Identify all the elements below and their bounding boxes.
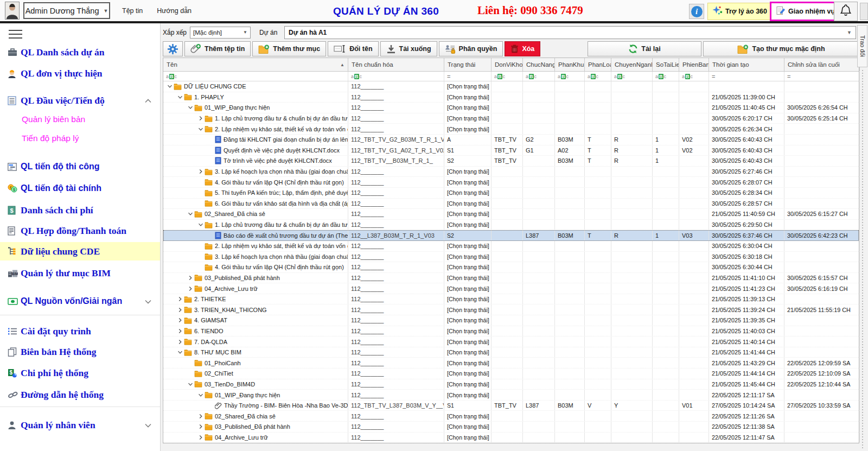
column-filter-4[interactable]: aBc	[492, 72, 523, 81]
sidebar-item-14[interactable]: Biên bản Hệ thống	[0, 344, 160, 360]
column-header-7[interactable]: PhanLoai	[585, 58, 611, 71]
settings-button[interactable]	[163, 41, 183, 56]
sidebar-item-15[interactable]: $Chi phí hệ thống	[0, 365, 160, 381]
status-cell[interactable]: [Chọn trạng thái]	[444, 273, 492, 283]
column-header-9[interactable]: SoTaiLieu	[653, 58, 679, 71]
column-filter-8[interactable]: aBc	[611, 72, 653, 81]
expander-closed-icon[interactable]	[196, 423, 205, 430]
expander-open-icon[interactable]	[176, 93, 184, 101]
vertical-scrollbar[interactable]	[862, 70, 863, 449]
table-row[interactable]: 6. Gói thầu tư vấn khảo sát địa hình và …	[163, 199, 859, 209]
sidebar-item-17[interactable]: Quản lý nhân viên	[0, 417, 160, 433]
column-filter-6[interactable]: aBc	[555, 72, 585, 81]
column-filter-2[interactable]: aBc	[348, 72, 444, 81]
column-header-10[interactable]: PhienBan	[679, 58, 709, 71]
table-row[interactable]: Đăng tải KHLCNT giai đoạn chuẩn bị dự án…	[163, 135, 859, 145]
table-row[interactable]: 8. THƯ MỤC BIM112_______[Chọn trạng thái…	[163, 347, 859, 358]
expander-closed-icon[interactable]	[186, 274, 194, 282]
table-row[interactable]: 1. PHAPLY112_______[Chọn trạng thái]21/0…	[163, 92, 859, 103]
add-folder-button[interactable]: Thêm thư mục	[252, 41, 326, 56]
sidebar-item-1[interactable]: QL Danh sách dự án	[0, 44, 160, 60]
table-row[interactable]: 04_Archive_Lưu trữ112_______[Chọn trạng …	[163, 433, 859, 443]
status-cell[interactable]: [Chọn trạng thái]	[444, 92, 492, 103]
expander-closed-icon[interactable]	[196, 434, 205, 441]
table-row[interactable]: 01_WIP_Đang thực hiện112_______[Chọn trạ…	[163, 103, 859, 113]
sidebar-item-7[interactable]: €$QL tiến độ tài chính	[0, 180, 160, 196]
expander-open-icon[interactable]	[186, 210, 194, 218]
rename-button[interactable]: Đổi tên	[328, 41, 378, 56]
table-row[interactable]: 02_Shared_Đã chia sẻ112_______[Chọn trạn…	[163, 411, 859, 422]
table-row[interactable]: 1. Lập chủ trương đầu tư & chuẩn bị dự á…	[163, 220, 859, 231]
table-row[interactable]: 03_Published_Đã phát hành112_______[Chọn…	[163, 273, 859, 284]
sidebar-item-10[interactable]: Dữ liệu chung CDE	[0, 242, 160, 261]
status-cell[interactable]: [Chọn trạng thái]	[444, 347, 492, 358]
download-button[interactable]: Tải xuống	[380, 41, 437, 56]
table-row[interactable]: 01_WIP_Đang thực hiện112_______[Chọn trạ…	[163, 390, 859, 401]
create-default-folders-button[interactable]: Tạo thư mục mặc định	[703, 41, 859, 56]
expander-closed-icon[interactable]	[196, 115, 205, 122]
status-cell[interactable]: [Chọn trạng thái]	[444, 283, 492, 294]
expander-closed-icon[interactable]	[196, 412, 205, 420]
column-filter-3[interactable]: =	[444, 72, 492, 81]
status-cell[interactable]: [Chọn trạng thái]	[444, 336, 492, 347]
column-filter-7[interactable]: aBc	[585, 72, 611, 81]
status-cell[interactable]: [Chọn trạng thái]	[444, 390, 492, 400]
table-row[interactable]: 04_Archive_Lưu trữ112_______[Chọn trạng …	[163, 283, 859, 294]
project-input[interactable]: Dự án hà A1 ▼	[284, 26, 856, 39]
status-cell[interactable]: [Chọn trạng thái]	[444, 411, 492, 421]
sidebar-item-5[interactable]: Tiến độ pháp lý	[22, 131, 79, 145]
status-cell[interactable]: [Chọn trạng thái]	[444, 124, 492, 134]
expander-open-icon[interactable]	[186, 104, 194, 111]
sidebar-item-11[interactable]: BIMQuản lý thư mục BIM	[0, 265, 160, 281]
expander-closed-icon[interactable]	[176, 306, 184, 314]
table-row[interactable]: 03_Published_Đã phát hành112_______[Chọn…	[163, 422, 859, 433]
table-row-selected[interactable]: Báo cáo đề xuất chủ trương đầu tư dự án …	[163, 230, 859, 241]
status-cell[interactable]: [Chọn trạng thái]	[444, 81, 492, 92]
sidebar-item-4[interactable]: Quản lý biên bản	[22, 112, 85, 126]
sort-select[interactable]: [Mặc định] ▼	[190, 27, 251, 39]
column-filter-1[interactable]: aBc	[163, 72, 348, 81]
table-row[interactable]: 3. Lập kế hoạch lựa chọn nhà thầu (giai …	[163, 252, 859, 263]
column-filter-5[interactable]: aBc	[523, 72, 555, 81]
table-row[interactable]: DỮ LIỆU CHUNG CDE112_______[Chọn trạng t…	[163, 81, 859, 92]
notifications-button[interactable]	[834, 2, 858, 21]
status-cell[interactable]: [Chọn trạng thái]	[444, 241, 492, 251]
expander-open-icon[interactable]	[196, 221, 205, 228]
column-header-2[interactable]: Tên chuẩn hóa	[348, 58, 444, 71]
status-cell[interactable]: [Chọn trạng thái]	[444, 209, 492, 219]
sidebar-item-13[interactable]: Cài đặt quy trình	[0, 323, 160, 339]
expander-closed-icon[interactable]	[176, 316, 184, 324]
column-filter-10[interactable]: aBc	[679, 72, 709, 81]
status-cell[interactable]: [Chọn trạng thái]	[444, 262, 492, 272]
menu-help[interactable]: Hướng dẫn	[157, 7, 192, 15]
expander-closed-icon[interactable]	[176, 327, 184, 335]
sidebar-item-9[interactable]: QL Hợp đồng/Thanh toán	[0, 223, 160, 239]
status-cell[interactable]: [Chọn trạng thái]	[444, 304, 492, 315]
table-row[interactable]: 03_TienDo_BIM4D112_______[Chọn trạng thá…	[163, 379, 859, 390]
status-cell[interactable]: [Chọn trạng thái]	[444, 177, 492, 187]
expander-closed-icon[interactable]	[176, 295, 184, 303]
column-header-3[interactable]: Trạng thái	[444, 58, 492, 71]
table-row[interactable]: 3. TRIEN_KHAI_THICONG112_______[Chọn trạ…	[163, 304, 859, 315]
table-row[interactable]: Quyết định về việc phê duyệt KHLCNT.docx…	[163, 145, 859, 156]
add-file-button[interactable]: Thêm tệp tin	[184, 41, 251, 56]
table-row[interactable]: 4. GIAMSAT112_______[Chọn trạng thái]21/…	[163, 315, 859, 326]
column-header-1[interactable]: Tên▲	[163, 58, 348, 71]
permissions-button[interactable]: Phân quyền	[439, 41, 503, 56]
status-cell[interactable]: [Chọn trạng thái]	[444, 188, 492, 198]
table-row[interactable]: 01_PhoiCanh112_______[Chọn trạng thái]21…	[163, 358, 859, 369]
status-cell[interactable]: [Chọn trạng thái]	[444, 379, 492, 390]
column-filter-9[interactable]: aBc	[653, 72, 679, 81]
expander-open-icon[interactable]	[165, 82, 174, 90]
column-header-12[interactable]: Chỉnh sửa lần cuối	[784, 58, 860, 71]
table-row[interactable]: 4. Gói thầu tư vấn lập QH (Chỉ định thầu…	[163, 177, 859, 188]
table-row[interactable]: 2. Lập nhiệm vụ khảo sát, thiết kế và dự…	[163, 241, 859, 252]
status-cell[interactable]: [Chọn trạng thái]	[444, 294, 492, 304]
table-row[interactable]: 02_Shared_Đã chia sẻ112_______[Chọn trạn…	[163, 209, 859, 220]
table-row[interactable]: 6. TIENDO112_______[Chọn trạng thái]21/0…	[163, 326, 859, 337]
expander-open-icon[interactable]	[196, 391, 205, 399]
column-filter-11[interactable]: =	[709, 72, 784, 81]
status-cell[interactable]: [Chọn trạng thái]	[444, 199, 492, 209]
assign-task-button[interactable]: Giao nhiệm vụ	[770, 2, 841, 21]
table-row[interactable]: Tờ trình về việc phê duyệt KHLCNT.docx11…	[163, 156, 859, 167]
